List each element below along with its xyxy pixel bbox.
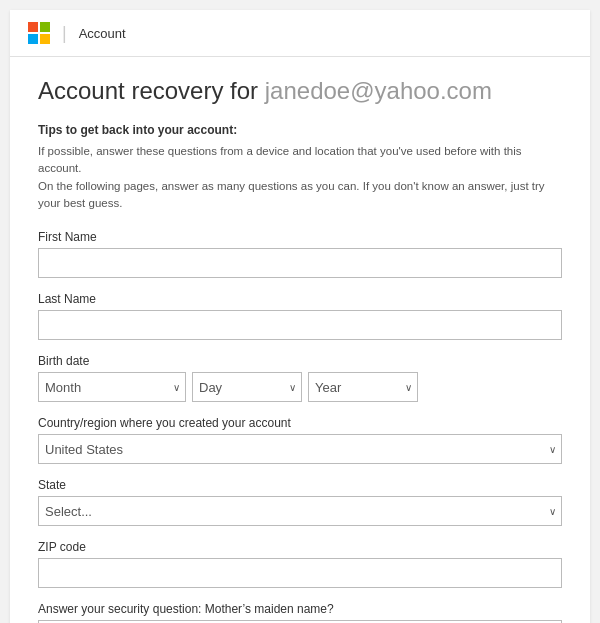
tips-heading: Tips to get back into your account: (38, 123, 562, 137)
month-select-wrapper: Month JanuaryFebruaryMarch AprilMayJune … (38, 372, 186, 402)
state-group: State Select... AlabamaAlaskaArizona Cal… (38, 478, 562, 526)
last-name-label: Last Name (38, 292, 562, 306)
zip-label: ZIP code (38, 540, 562, 554)
year-select-wrapper: Year 20262025202420232022202120202019201… (308, 372, 418, 402)
country-group: Country/region where you created your ac… (38, 416, 562, 464)
birth-date-row: Month JanuaryFebruaryMarch AprilMayJune … (38, 372, 562, 402)
birth-date-group: Birth date Month JanuaryFebruaryMarch Ap… (38, 354, 562, 402)
birth-date-label: Birth date (38, 354, 562, 368)
day-select-wrapper: Day 1234 5678 9101112 13141516 17181920 … (192, 372, 302, 402)
country-select[interactable]: United States Canada United Kingdom (38, 434, 562, 464)
security-group: Answer your security question: Mother’s … (38, 602, 562, 623)
state-select[interactable]: Select... AlabamaAlaskaArizona Californi… (38, 496, 562, 526)
month-select[interactable]: Month JanuaryFebruaryMarch AprilMayJune … (38, 372, 186, 402)
last-name-input[interactable] (38, 310, 562, 340)
tips-body: If possible, answer these questions from… (38, 143, 562, 212)
zip-group: ZIP code (38, 540, 562, 588)
first-name-input[interactable] (38, 248, 562, 278)
year-select[interactable]: Year 20262025202420232022202120202019201… (308, 372, 418, 402)
zip-input[interactable] (38, 558, 562, 588)
day-select[interactable]: Day 1234 5678 9101112 13141516 17181920 … (192, 372, 302, 402)
first-name-group: First Name (38, 230, 562, 278)
header-divider: | (62, 23, 67, 44)
security-label: Answer your security question: Mother’s … (38, 602, 562, 616)
country-label: Country/region where you created your ac… (38, 416, 562, 430)
microsoft-logo (28, 22, 50, 44)
email-display: janedoe@yahoo.com (265, 77, 492, 104)
header: | Account (10, 10, 590, 57)
first-name-label: First Name (38, 230, 562, 244)
page-wrapper: | Account Account recovery for janedoe@y… (10, 10, 590, 623)
state-label: State (38, 478, 562, 492)
country-select-wrapper: United States Canada United Kingdom (38, 434, 562, 464)
page-title: Account recovery for janedoe@yahoo.com (38, 77, 562, 105)
content-area: Account recovery for janedoe@yahoo.com T… (10, 57, 590, 623)
last-name-group: Last Name (38, 292, 562, 340)
state-select-wrapper: Select... AlabamaAlaskaArizona Californi… (38, 496, 562, 526)
header-account-label: Account (79, 26, 126, 41)
